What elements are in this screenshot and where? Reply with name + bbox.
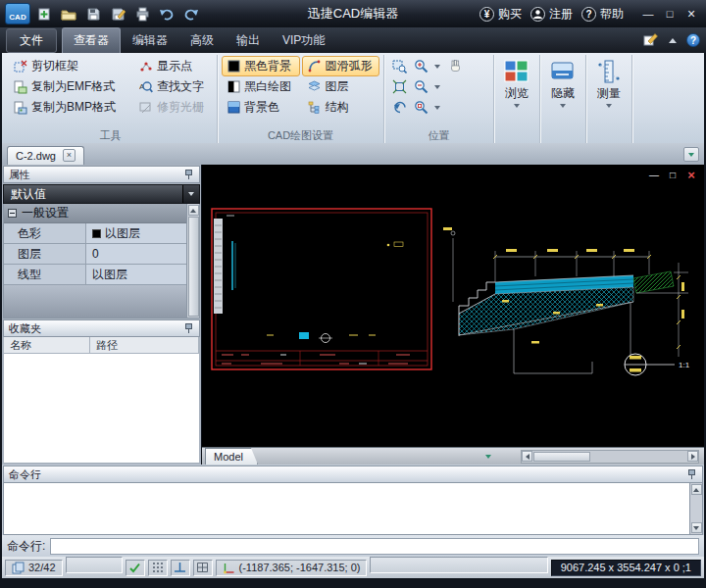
command-input-row: 命令行: xyxy=(2,535,704,557)
measure-ruler-icon xyxy=(596,60,622,83)
redo-button[interactable] xyxy=(180,3,202,24)
maximize-button[interactable]: □ xyxy=(660,5,680,23)
model-tab[interactable]: Model xyxy=(205,448,258,465)
chevron-down-icon[interactable] xyxy=(182,185,199,203)
mdi-window-controls: — □ × xyxy=(648,169,697,180)
save-button[interactable] xyxy=(82,3,104,24)
zoom-extents-button[interactable] xyxy=(389,77,409,97)
document-tab[interactable]: C-2.dwg × xyxy=(7,146,84,165)
tab-viewer[interactable]: 查看器 xyxy=(62,27,121,53)
open-folder-icon xyxy=(61,7,76,22)
trim-raster-icon xyxy=(139,101,153,115)
help-button[interactable]: ? 帮助 xyxy=(581,6,624,23)
bw-drawing-button[interactable]: 黑白绘图 xyxy=(222,76,300,97)
open-file-button[interactable] xyxy=(58,3,79,24)
sheets-icon xyxy=(12,562,25,574)
zoom-out-button[interactable] xyxy=(411,77,430,97)
tab-editor[interactable]: 编辑器 xyxy=(122,28,178,53)
tab-close-icon[interactable]: × xyxy=(63,149,76,162)
scroll-down-icon[interactable] xyxy=(691,522,702,533)
trim-raster-button[interactable]: 修剪光栅 xyxy=(133,97,210,118)
tab-advanced[interactable]: 高级 xyxy=(179,28,225,53)
command-scrollbar[interactable] xyxy=(689,483,702,534)
find-text-button[interactable]: A查找文字 xyxy=(133,76,210,97)
linetype-value[interactable]: 以图层 xyxy=(86,265,186,284)
scroll-right-icon[interactable] xyxy=(687,451,698,462)
show-points-button[interactable]: 显示点 xyxy=(133,56,210,76)
copy-emf-button[interactable]: 复制为EMF格式 xyxy=(8,76,131,97)
zoom-in-menu-caret[interactable] xyxy=(434,65,440,69)
black-background-toggle[interactable]: 黑色背景 xyxy=(222,56,300,76)
detail-scale-label: 1:1 xyxy=(679,361,690,369)
buy-button[interactable]: ¥ 购买 xyxy=(479,6,522,23)
pin-icon[interactable] xyxy=(183,169,194,180)
structure-button[interactable]: 结构 xyxy=(302,97,379,118)
zoom-scale-menu-caret[interactable] xyxy=(434,106,440,110)
ribbon-help-icon[interactable]: ? xyxy=(686,33,700,47)
clip-frame-icon xyxy=(14,60,27,74)
pan-hand-button[interactable] xyxy=(445,57,465,76)
window-controls: — □ × xyxy=(638,5,701,23)
pin-icon[interactable] xyxy=(686,468,697,480)
canvas-viewport[interactable]: 1:1 — □ × xyxy=(202,165,704,447)
black-background-icon xyxy=(227,60,240,73)
favorites-list[interactable] xyxy=(3,354,200,464)
zoom-in-button[interactable] xyxy=(411,57,430,76)
new-file-button[interactable] xyxy=(33,3,55,24)
copy-bmp-button[interactable]: 复制为BMP格式 xyxy=(8,97,131,118)
horizontal-scrollbar[interactable] xyxy=(521,450,699,464)
section-general-settings[interactable]: 一般设置 xyxy=(4,204,186,223)
smooth-arc-toggle[interactable]: 圆滑弧形 xyxy=(302,56,379,76)
clip-frame-button[interactable]: 剪切框架 xyxy=(8,56,131,76)
hide-button[interactable]: 隐藏 xyxy=(540,55,586,143)
scroll-up-icon[interactable] xyxy=(188,205,199,216)
collapse-ribbon-icon[interactable] xyxy=(669,38,677,43)
mdi-close-button[interactable]: × xyxy=(685,169,697,180)
zoom-previous-icon xyxy=(392,100,407,115)
collapse-icon[interactable] xyxy=(8,209,17,218)
close-button[interactable]: × xyxy=(681,5,701,23)
layout-tabs-menu-button[interactable] xyxy=(481,450,495,463)
grid-dots-toggle[interactable] xyxy=(148,560,168,576)
scroll-thumb[interactable] xyxy=(533,452,590,462)
mdi-restore-button[interactable]: □ xyxy=(667,169,679,180)
zoom-out-menu-caret[interactable] xyxy=(434,85,440,89)
print-button[interactable] xyxy=(131,3,153,24)
command-input[interactable] xyxy=(50,538,699,555)
pin-icon[interactable] xyxy=(183,322,194,334)
pan-hand-icon xyxy=(448,59,463,74)
edit-pencil-icon[interactable] xyxy=(643,32,659,49)
undo-button[interactable] xyxy=(156,3,177,24)
mdi-minimize-button[interactable]: — xyxy=(648,169,660,180)
drawing-extents: 9067.245 x 3554.247 x 0 ;1 xyxy=(551,560,701,576)
zoom-window-icon xyxy=(392,59,407,74)
properties-scrollbar[interactable] xyxy=(186,204,199,318)
layer-value[interactable]: 0 xyxy=(86,244,186,264)
ortho-toggle[interactable] xyxy=(171,560,190,576)
layers-button[interactable]: 图层 xyxy=(302,76,379,97)
property-preset-select[interactable]: 默认值 xyxy=(3,184,200,204)
tab-list-button[interactable] xyxy=(683,147,699,162)
zoom-scale-button[interactable] xyxy=(411,98,430,118)
zoom-previous-button[interactable] xyxy=(389,98,409,118)
background-color-button[interactable]: 背景色 xyxy=(222,97,300,118)
person-icon xyxy=(530,7,545,22)
grid-toggle[interactable] xyxy=(193,560,213,576)
measure-button[interactable]: 测量 xyxy=(586,55,632,143)
color-value[interactable]: 以图层 xyxy=(86,223,186,243)
file-menu-button[interactable]: 文件 xyxy=(6,28,57,53)
zoom-window-button[interactable] xyxy=(389,57,409,76)
property-row-color: 色彩 以图层 xyxy=(4,223,186,244)
scroll-left-icon[interactable] xyxy=(522,451,532,462)
scroll-thumb[interactable] xyxy=(188,217,199,317)
tab-vip[interactable]: VIP功能 xyxy=(272,28,335,53)
app-window: CAD 迅捷CAD编辑器 ¥ 购买 注册 ? 帮助 — □ × xyxy=(0,0,706,588)
register-button[interactable]: 注册 xyxy=(530,6,573,23)
command-panel: 命令行 命令行: xyxy=(2,465,704,557)
minimize-button[interactable]: — xyxy=(638,5,658,23)
save-as-button[interactable] xyxy=(107,3,128,24)
browse-button[interactable]: 浏览 xyxy=(494,55,540,143)
scroll-up-icon[interactable] xyxy=(691,484,702,495)
snap-toggle[interactable] xyxy=(126,560,145,576)
tab-output[interactable]: 输出 xyxy=(226,28,271,53)
